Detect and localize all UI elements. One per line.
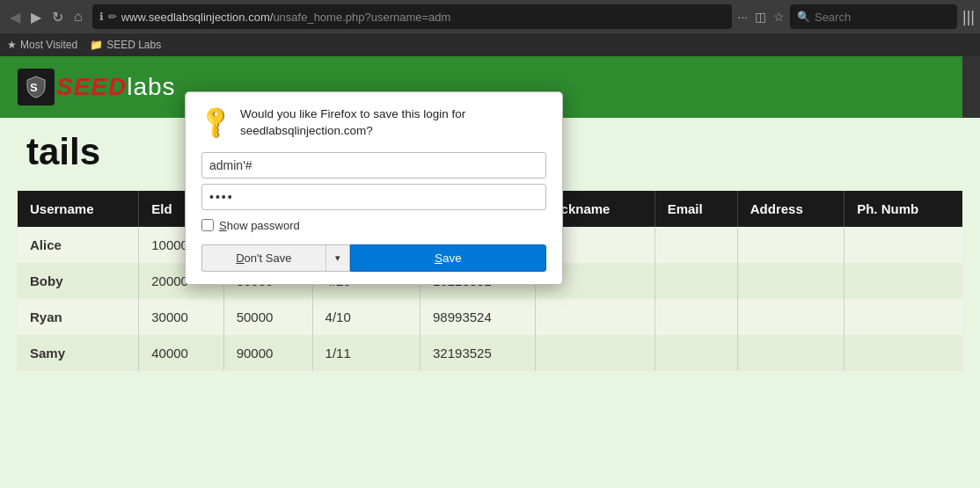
- library-icon[interactable]: |||: [962, 8, 975, 26]
- home-button[interactable]: ⌂: [69, 7, 87, 26]
- table-cell: 40000: [139, 335, 223, 371]
- bookmark-label: Most Visited: [20, 39, 77, 51]
- table-cell: [655, 299, 737, 335]
- forward-button[interactable]: ▶: [26, 7, 46, 27]
- logo-labs: labs: [127, 73, 175, 100]
- table-row: Ryan30000500004/1098993524: [18, 299, 962, 335]
- logo-text: SEEDlabs: [56, 73, 176, 101]
- table-cell: Alice: [18, 227, 139, 263]
- logo-shield: S: [18, 69, 55, 106]
- save-password-popup: 🔑 Would you like Firefox to save this lo…: [185, 91, 563, 285]
- bookmarks-bar: ★ Most Visited 📁 SEED Labs: [0, 33, 980, 56]
- edit-icon: ✏: [108, 11, 117, 23]
- table-cell: [535, 299, 655, 335]
- folder-icon: 📁: [90, 39, 103, 51]
- address-suffix: unsafe_home.php?username=adm: [273, 11, 450, 24]
- col-email: Email: [655, 191, 737, 227]
- bookmark-seed-labs[interactable]: 📁 SEED Labs: [90, 39, 161, 51]
- browser-chrome: ◀ ▶ ↻ ⌂ ℹ ✏ www.seedlabsqlinjection.com/…: [0, 0, 980, 56]
- key-icon: 🔑: [196, 102, 236, 142]
- table-cell: Ryan: [18, 299, 139, 335]
- bookmark-icon[interactable]: ☆: [773, 10, 785, 24]
- bookmark-most-visited[interactable]: ★ Most Visited: [7, 39, 77, 51]
- show-password-checkbox[interactable]: [201, 219, 214, 231]
- table-cell: [655, 227, 737, 263]
- dont-save-dropdown-button[interactable]: ▾: [325, 244, 350, 272]
- popup-message: Would you like Firefox to save this logi…: [240, 106, 546, 140]
- star-icon: ★: [7, 39, 17, 51]
- table-cell: 4/10: [312, 299, 420, 335]
- table-cell: 98993524: [421, 299, 536, 335]
- table-cell: [655, 335, 737, 371]
- search-icon: 🔍: [797, 11, 810, 23]
- header-right: [962, 56, 980, 118]
- page-title: tails: [26, 131, 100, 172]
- table-cell: Samy: [18, 335, 139, 371]
- table-cell: [655, 263, 737, 299]
- save-button[interactable]: Save: [350, 244, 546, 272]
- username-field[interactable]: [201, 152, 546, 178]
- logo-seed: SEED: [56, 73, 127, 100]
- svg-text:S: S: [30, 81, 38, 94]
- nav-buttons: ◀ ▶ ↻ ⌂: [5, 7, 87, 27]
- browser-toolbar: ◀ ▶ ↻ ⌂ ℹ ✏ www.seedlabsqlinjection.com/…: [0, 0, 980, 33]
- table-cell: [845, 335, 962, 371]
- table-cell: Boby: [18, 263, 139, 299]
- table-cell: [737, 227, 844, 263]
- page-content: S SEEDlabs tails Username Eld Salary Bir…: [0, 56, 980, 488]
- reload-button[interactable]: ↻: [48, 7, 68, 27]
- table-row: Samy40000900001/1132193525: [18, 335, 962, 371]
- table-cell: [737, 263, 844, 299]
- popup-buttons: Don't Save ▾ Save: [201, 244, 546, 272]
- col-address: Address: [737, 191, 844, 227]
- more-icon[interactable]: ···: [737, 10, 748, 24]
- show-password-label: Show password: [219, 219, 300, 232]
- col-phone: Ph. Numb: [845, 191, 962, 227]
- table-cell: 32193525: [421, 335, 536, 371]
- table-cell: [845, 263, 962, 299]
- table-cell: 90000: [223, 335, 312, 371]
- popup-header: 🔑 Would you like Firefox to save this lo…: [201, 106, 546, 140]
- table-cell: [845, 299, 962, 335]
- secure-icon: ℹ: [99, 11, 104, 23]
- toolbar-icons: ··· ◫ ☆: [737, 10, 785, 24]
- address-text: www.seedlabsqlinjection.com/unsafe_home.…: [121, 11, 726, 24]
- bookmark-label: SEED Labs: [106, 39, 161, 51]
- address-bar[interactable]: ℹ ✏ www.seedlabsqlinjection.com/unsafe_h…: [92, 4, 733, 29]
- table-cell: 50000: [223, 299, 312, 335]
- table-cell: [737, 299, 844, 335]
- table-cell: 30000: [139, 299, 223, 335]
- pocket-icon[interactable]: ◫: [755, 10, 766, 24]
- table-cell: 1/11: [312, 335, 420, 371]
- search-input[interactable]: [815, 11, 950, 24]
- show-password-row: Show password: [201, 219, 546, 232]
- site-logo: S SEEDlabs: [18, 69, 176, 106]
- table-cell: [845, 227, 962, 263]
- popup-fields: [201, 152, 546, 210]
- address-prefix: www.seedlabsqlinjection.com/: [121, 11, 274, 24]
- table-cell: [737, 335, 844, 371]
- col-username: Username: [18, 191, 139, 227]
- search-bar[interactable]: 🔍: [790, 4, 957, 29]
- table-cell: [535, 335, 655, 371]
- back-button[interactable]: ◀: [5, 7, 25, 27]
- password-field[interactable]: [201, 184, 546, 210]
- dont-save-button[interactable]: Don't Save: [201, 244, 325, 272]
